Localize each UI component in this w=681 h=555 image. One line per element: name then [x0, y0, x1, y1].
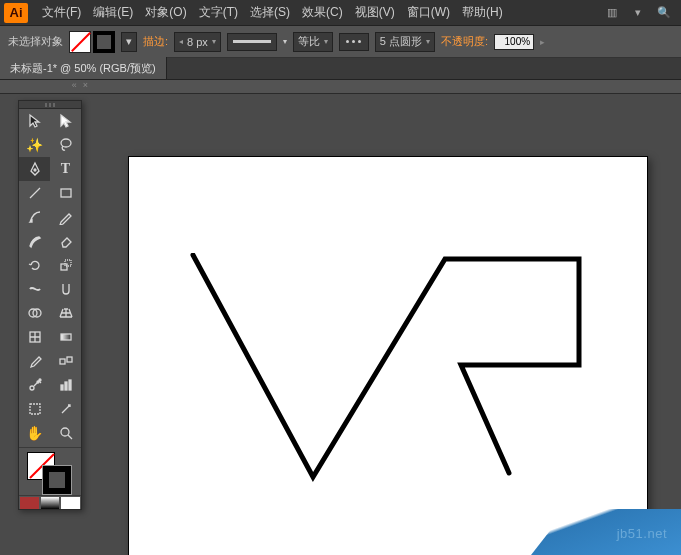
svg-rect-3: [61, 189, 71, 197]
stroke-indicator-black[interactable]: [43, 466, 71, 494]
svg-point-14: [39, 379, 41, 381]
direct-selection-tool[interactable]: [50, 109, 81, 133]
menu-effect[interactable]: 效果(C): [296, 4, 349, 21]
opacity-field[interactable]: [494, 34, 534, 50]
symbol-sprayer-tool[interactable]: [19, 373, 50, 397]
tab-strip-controls: « ×: [0, 80, 681, 94]
menu-bar: Ai 文件(F) 编辑(E) 对象(O) 文字(T) 选择(S) 效果(C) 视…: [0, 0, 681, 26]
column-graph-tool[interactable]: [50, 373, 81, 397]
menu-edit[interactable]: 编辑(E): [87, 4, 139, 21]
menu-view[interactable]: 视图(V): [349, 4, 401, 21]
stroke-style-preview[interactable]: [227, 33, 277, 51]
menu-window[interactable]: 窗口(W): [401, 4, 456, 21]
warp-tool[interactable]: [50, 277, 81, 301]
line-tool[interactable]: [19, 181, 50, 205]
color-mode-row[interactable]: [19, 495, 81, 509]
svg-rect-5: [65, 260, 71, 266]
menu-file[interactable]: 文件(F): [36, 4, 87, 21]
workspace: ✨ T ✋: [0, 94, 681, 555]
svg-point-13: [37, 381, 39, 383]
fill-stroke-swatches[interactable]: [69, 31, 115, 53]
svg-rect-4: [61, 264, 67, 270]
control-bar: 未选择对象 ▾ 描边: ◂ 8 px ▾ ▾ 等比 ▾ 5 点圆形 ▾ 不透明度…: [0, 26, 681, 58]
chevron-down-icon[interactable]: ▾: [283, 37, 287, 46]
rotate-tool[interactable]: [19, 253, 50, 277]
document-tab[interactable]: 未标题-1* @ 50% (RGB/预览): [0, 57, 167, 79]
chevron-right-icon[interactable]: ▸: [540, 37, 545, 47]
brush-profile-value: 5 点圆形: [380, 34, 422, 49]
svg-rect-10: [60, 359, 65, 364]
fill-stroke-indicator[interactable]: [19, 447, 81, 495]
svg-rect-17: [69, 380, 71, 390]
mesh-tool[interactable]: [19, 325, 50, 349]
uniform-label: 等比: [298, 34, 320, 49]
brush-profile-dropdown[interactable]: 5 点圆形 ▾: [375, 32, 435, 52]
menu-help[interactable]: 帮助(H): [456, 4, 509, 21]
hand-tool[interactable]: ✋: [19, 421, 50, 445]
stroke-label: 描边:: [143, 34, 168, 49]
tab-collapse-icon[interactable]: «: [72, 80, 77, 93]
svg-point-19: [61, 428, 69, 436]
shape-builder-tool[interactable]: [19, 301, 50, 325]
scale-tool[interactable]: [50, 253, 81, 277]
gradient-tool[interactable]: [50, 325, 81, 349]
chevron-down-icon[interactable]: ▾: [628, 5, 648, 21]
app-logo: Ai: [4, 3, 28, 23]
artboard[interactable]: [128, 156, 648, 555]
stroke-uniform-dropdown[interactable]: 等比 ▾: [293, 32, 333, 52]
eyedropper-tool[interactable]: [19, 349, 50, 373]
stroke-weight-field[interactable]: ◂ 8 px ▾: [174, 32, 221, 52]
perspective-grid-tool[interactable]: [50, 301, 81, 325]
menu-object[interactable]: 对象(O): [139, 4, 192, 21]
svg-line-20: [68, 435, 72, 439]
tools-panel: ✨ T ✋: [18, 100, 82, 510]
selection-status: 未选择对象: [8, 34, 63, 49]
none-mode-swatch[interactable]: [61, 497, 80, 509]
menu-type[interactable]: 文字(T): [193, 4, 244, 21]
tab-close-icon[interactable]: ×: [83, 80, 88, 93]
vector-path-vr[interactable]: [189, 253, 589, 483]
artboard-tool[interactable]: [19, 397, 50, 421]
svg-rect-11: [67, 357, 72, 362]
selection-tool[interactable]: [19, 109, 50, 133]
width-tool[interactable]: [19, 277, 50, 301]
slice-tool[interactable]: [50, 397, 81, 421]
svg-rect-16: [65, 382, 67, 390]
gradient-mode-swatch[interactable]: [41, 497, 60, 509]
svg-rect-15: [61, 385, 63, 390]
eraser-tool[interactable]: [50, 229, 81, 253]
svg-line-2: [30, 188, 40, 198]
panel-grip[interactable]: [19, 101, 81, 109]
fill-swatch-none[interactable]: [69, 31, 91, 53]
color-mode-swatch[interactable]: [20, 497, 39, 509]
document-tab-bar: 未标题-1* @ 50% (RGB/预览): [0, 58, 681, 80]
brush-profile-preview[interactable]: [339, 33, 369, 51]
svg-point-1: [34, 169, 36, 171]
svg-rect-18: [30, 404, 40, 414]
magic-wand-tool[interactable]: ✨: [19, 133, 50, 157]
svg-rect-9: [61, 334, 71, 340]
zoom-tool[interactable]: [50, 421, 81, 445]
stroke-swatch[interactable]: [93, 31, 115, 53]
layout-icon[interactable]: ▥: [602, 5, 622, 21]
svg-point-12: [30, 386, 34, 390]
watermark-text: jb51.net: [617, 526, 667, 541]
swatch-dropdown-icon[interactable]: ▾: [121, 32, 137, 52]
opacity-label: 不透明度:: [441, 34, 488, 49]
search-icon[interactable]: 🔍: [654, 5, 674, 21]
menu-select[interactable]: 选择(S): [244, 4, 296, 21]
pen-tool[interactable]: [19, 157, 50, 181]
blend-tool[interactable]: [50, 349, 81, 373]
rectangle-tool[interactable]: [50, 181, 81, 205]
lasso-tool[interactable]: [50, 133, 81, 157]
paintbrush-tool[interactable]: [19, 205, 50, 229]
type-tool[interactable]: T: [50, 157, 81, 181]
blob-brush-tool[interactable]: [19, 229, 50, 253]
pencil-tool[interactable]: [50, 205, 81, 229]
stroke-weight-value: 8 px: [187, 36, 208, 48]
